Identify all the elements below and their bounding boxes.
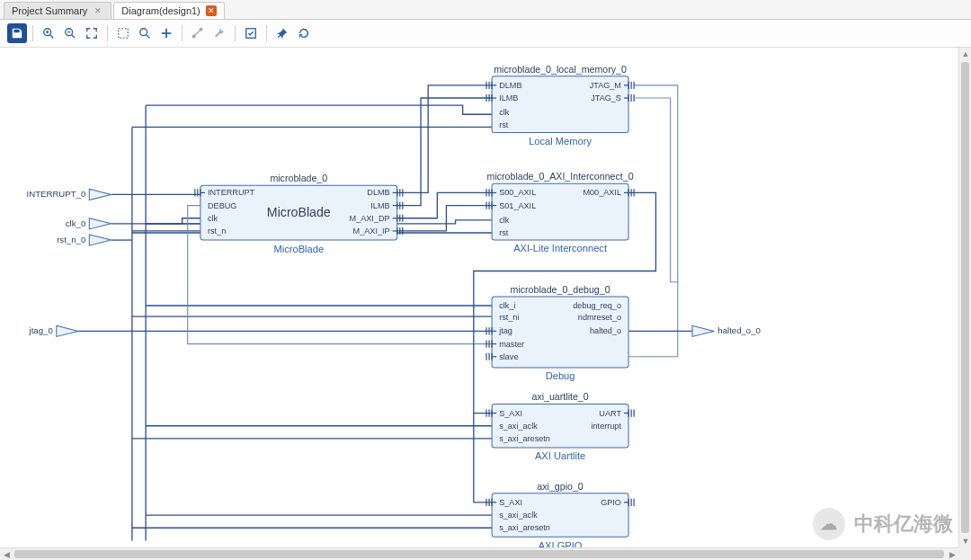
- svg-line-1: [50, 35, 54, 39]
- toolbar-separator: [266, 25, 267, 41]
- svg-rect-7: [119, 29, 129, 39]
- refresh-icon[interactable]: [294, 23, 314, 43]
- ext-port-clk[interactable]: clk_0: [66, 218, 111, 229]
- svg-text:Debug: Debug: [546, 370, 575, 381]
- svg-text:DEBUG: DEBUG: [208, 201, 236, 210]
- svg-text:INTERRUPT_0: INTERRUPT_0: [27, 189, 86, 199]
- diagram-canvas[interactable]: INTERRUPT_0 clk_0 rst_n_0 jtag_0 halted_…: [0, 48, 971, 560]
- svg-text:rst: rst: [499, 228, 509, 237]
- block-uartlite[interactable]: axi_uartlite_0 AXI Uartlite S_AXI s_axi_…: [486, 391, 634, 461]
- tab-project-summary[interactable]: Project Summary ✕: [4, 2, 111, 19]
- scroll-down-icon[interactable]: ▼: [959, 535, 971, 547]
- block-gpio[interactable]: axi_gpio_0 AXI GPIO S_AXI s_axi_aclk s_a…: [486, 481, 634, 551]
- svg-text:microblade_0: microblade_0: [270, 173, 327, 183]
- svg-text:MicroBlade: MicroBlade: [273, 244, 324, 254]
- svg-marker-25: [89, 189, 111, 200]
- zoom-fit-icon[interactable]: [82, 23, 102, 43]
- block-debug[interactable]: microblade_0_debug_0 Debug clk_i rst_ni …: [486, 284, 628, 381]
- svg-text:GPIO: GPIO: [601, 498, 621, 507]
- ext-port-interrupt[interactable]: INTERRUPT_0: [27, 189, 111, 200]
- svg-text:axi_gpio_0: axi_gpio_0: [537, 481, 583, 492]
- svg-text:rst_ni: rst_ni: [499, 313, 519, 322]
- svg-text:master: master: [499, 340, 524, 349]
- svg-text:ILMB: ILMB: [370, 201, 389, 210]
- svg-text:jtag_0: jtag_0: [29, 325, 53, 335]
- tab-diagram-design1[interactable]: Diagram(design1) ✕: [113, 2, 224, 19]
- svg-text:AXI-Lite Interconnect: AXI-Lite Interconnect: [513, 243, 608, 253]
- scroll-right-icon[interactable]: ▶: [946, 548, 958, 560]
- svg-text:clk_i: clk_i: [499, 301, 515, 310]
- toolbar-separator: [107, 25, 108, 41]
- scrollbar-corner: [958, 547, 971, 560]
- close-icon[interactable]: ✕: [93, 5, 103, 16]
- svg-text:s_axi_aresetn: s_axi_aresetn: [499, 434, 550, 443]
- svg-text:microblade_0_local_memory_0: microblade_0_local_memory_0: [494, 64, 627, 75]
- ext-port-jtag[interactable]: jtag_0: [29, 325, 79, 336]
- toolbar-separator: [182, 25, 183, 41]
- svg-text:ILMB: ILMB: [499, 93, 518, 102]
- tab-label: Project Summary: [12, 5, 87, 16]
- svg-text:AXI Uartlite: AXI Uartlite: [535, 450, 585, 461]
- ext-port-halted[interactable]: halted_o_0: [692, 325, 761, 336]
- svg-text:halted_o_0: halted_o_0: [717, 325, 761, 335]
- svg-text:clk: clk: [499, 108, 510, 117]
- svg-text:JTAG_S: JTAG_S: [591, 93, 621, 102]
- svg-text:jtag: jtag: [498, 326, 512, 335]
- horizontal-scrollbar[interactable]: ◀ ▶: [0, 547, 958, 560]
- svg-text:M00_AXIL: M00_AXIL: [583, 188, 621, 197]
- svg-text:INTERRUPT: INTERRUPT: [208, 188, 255, 197]
- svg-point-13: [200, 28, 202, 31]
- svg-text:rst: rst: [499, 120, 509, 129]
- svg-marker-29: [89, 235, 111, 245]
- svg-text:clk: clk: [208, 214, 218, 223]
- block-diagram[interactable]: INTERRUPT_0 clk_0 rst_n_0 jtag_0 halted_…: [0, 48, 971, 560]
- svg-marker-27: [89, 218, 111, 229]
- close-icon[interactable]: ✕: [206, 5, 217, 16]
- tab-bar: Project Summary ✕ Diagram(design1) ✕: [0, 0, 971, 20]
- tab-label: Diagram(design1): [121, 5, 200, 16]
- diagram-toolbar: [0, 20, 971, 48]
- pin-icon[interactable]: [272, 23, 292, 43]
- svg-text:S_AXI: S_AXI: [499, 409, 522, 418]
- scroll-left-icon[interactable]: ◀: [0, 548, 13, 560]
- wrench-icon[interactable]: [209, 23, 229, 43]
- svg-text:clk: clk: [499, 216, 510, 225]
- zoom-area-icon[interactable]: [113, 23, 133, 43]
- block-axi-interconnect[interactable]: microblade_0_AXI_Interconnect_0 AXI-Lite…: [486, 171, 634, 253]
- svg-text:S00_AXIL: S00_AXIL: [499, 188, 536, 197]
- svg-text:M_AXI_IP: M_AXI_IP: [353, 227, 390, 236]
- svg-text:rst_n_0: rst_n_0: [57, 235, 85, 244]
- block-local-memory[interactable]: microblade_0_local_memory_0 Local Memory…: [486, 64, 634, 147]
- svg-line-5: [72, 35, 76, 39]
- svg-text:M_AXI_DP: M_AXI_DP: [350, 214, 390, 223]
- svg-point-12: [192, 35, 195, 38]
- svg-text:interrupt: interrupt: [592, 422, 622, 431]
- vertical-scrollbar[interactable]: ▲ ▼: [958, 48, 971, 547]
- validate-icon[interactable]: [241, 23, 261, 43]
- svg-text:rst_n: rst_n: [208, 227, 226, 236]
- svg-text:UART: UART: [599, 409, 621, 418]
- zoom-out-icon[interactable]: [60, 23, 80, 43]
- svg-text:s_axi_aclk: s_axi_aclk: [499, 422, 538, 431]
- svg-text:JTAG_M: JTAG_M: [590, 81, 621, 90]
- svg-text:S_AXI: S_AXI: [499, 498, 522, 507]
- svg-text:Local Memory: Local Memory: [529, 136, 592, 147]
- block-microblade[interactable]: microblade_0 MicroBlade MicroBlade INTER…: [195, 173, 403, 254]
- add-icon[interactable]: [156, 23, 176, 43]
- connector-icon[interactable]: [188, 23, 208, 43]
- svg-text:S01_AXIL: S01_AXIL: [499, 201, 536, 210]
- ext-port-rstn[interactable]: rst_n_0: [57, 235, 111, 245]
- svg-line-9: [147, 35, 150, 39]
- svg-text:axi_uartlite_0: axi_uartlite_0: [531, 391, 588, 402]
- svg-text:MicroBlade: MicroBlade: [267, 205, 331, 219]
- save-icon[interactable]: [7, 23, 27, 43]
- svg-text:clk_0: clk_0: [66, 218, 85, 228]
- scroll-up-icon[interactable]: ▲: [959, 48, 971, 60]
- svg-text:halted_o: halted_o: [590, 326, 621, 335]
- search-icon[interactable]: [135, 23, 155, 43]
- svg-text:DLMB: DLMB: [367, 188, 389, 197]
- zoom-in-icon[interactable]: [39, 23, 58, 43]
- svg-marker-31: [57, 325, 78, 336]
- toolbar-separator: [235, 25, 236, 41]
- svg-text:DLMB: DLMB: [499, 81, 521, 90]
